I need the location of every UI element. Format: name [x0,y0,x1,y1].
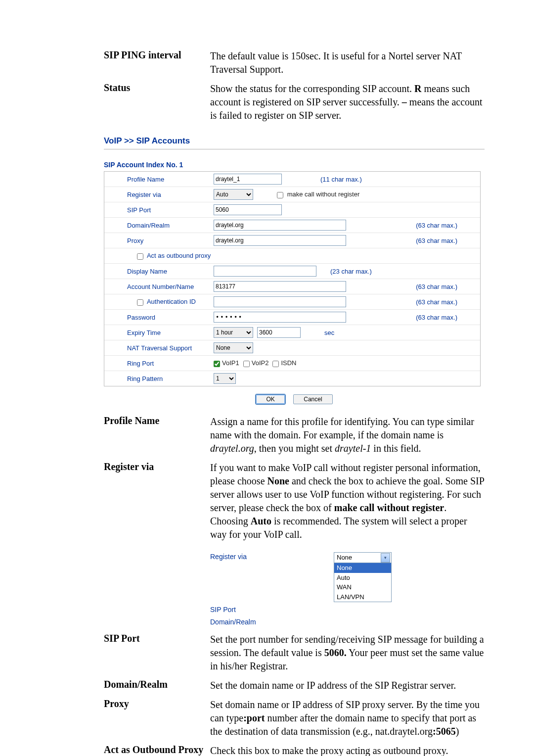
definition-row: Profile NameAssign a name for this profi… [104,415,485,455]
hint-account: (63 char max.) [416,283,477,290]
cancel-button[interactable]: Cancel [293,394,332,404]
voip1-checkbox[interactable] [214,361,220,367]
definition-term: Status [104,82,210,94]
register-via-select[interactable]: Auto [214,189,253,200]
ring-pattern-select[interactable]: 1 [214,373,236,384]
dropdown-option: None [334,563,391,573]
label-nat: NAT Traversal Support [107,344,214,352]
label-outbound-proxy: Act as outbound proxy [107,252,214,259]
snip-label-register: Register via [210,552,334,562]
proxy-input[interactable] [214,235,346,246]
make-call-without-register-checkbox[interactable] [277,192,283,198]
definition-term: Domain/Realm [104,679,210,690]
password-input[interactable] [214,312,346,323]
snip-label-domain: Domain/Realm [210,617,334,627]
label-register-via: Register via [107,191,214,198]
account-input[interactable] [214,281,346,292]
definition-desc: Assign a name for this profile for ident… [210,415,485,455]
label-proxy: Proxy [107,237,214,244]
sip-port-input[interactable] [214,204,282,215]
label-account: Account Number/Name [107,283,214,290]
expiry-select[interactable]: 1 hour [214,327,253,338]
definition-row: Act as Outbound ProxyCheck this box to m… [104,744,485,756]
chevron-down-icon: ▾ [381,553,390,563]
hint-display-name: (23 char max.) [330,268,372,275]
definition-row: SIP PING intervalThe default value is 15… [104,49,485,76]
profile-name-input[interactable] [214,174,282,185]
ok-button[interactable]: OK [256,394,285,404]
dropdown-option: LAN/VPN [334,592,391,602]
definition-desc: Set the domain name or IP address of the… [210,679,485,692]
divider [104,149,485,150]
breadcrumb: VoIP >> SIP Accounts [104,136,485,146]
register-via-dropdown-illustration: None▾NoneAutoWANLAN/VPN [334,552,392,602]
hint-auth-id: (63 char max.) [416,298,477,306]
isdn-checkbox[interactable] [272,361,279,367]
definition-row: Register viaIf you want to make VoIP cal… [104,461,485,541]
label-password: Password [107,314,214,321]
panel-title: SIP Account Index No. 1 [104,161,485,169]
outbound-proxy-checkbox[interactable] [137,253,143,260]
sip-account-form: Profile Name (11 char max.) Register via… [104,171,481,386]
dropdown-option: Auto [334,573,391,583]
ring-port-voip1[interactable]: VoIP1 [214,359,239,367]
label-ring-pattern: Ring Pattern [107,375,214,382]
hint-domain-realm: (63 char max.) [416,222,477,229]
definition-row: SIP PortSet the port number for sending/… [104,633,485,673]
label-ring-port: Ring Port [107,360,214,367]
label-domain-realm: Domain/Realm [107,222,214,229]
definition-desc: The default value is 150sec. It is usefu… [210,49,485,76]
definition-term: SIP PING interval [104,49,210,61]
label-profile-name: Profile Name [107,176,214,183]
dropdown-option: WAN [334,582,391,592]
definition-desc: If you want to make VoIP call without re… [210,461,485,541]
snip-label-sipport: SIP Port [210,605,334,614]
make-call-without-register-label: make call without register [287,190,360,198]
auth-id-input[interactable] [214,296,346,307]
definition-desc: Check this box to make the proxy acting … [210,744,485,756]
definition-row: ProxySet domain name or IP address of SI… [104,698,485,738]
ring-port-isdn[interactable]: ISDN [272,359,296,367]
display-name-input[interactable] [214,266,316,277]
definition-term: Act as Outbound Proxy [104,744,210,756]
definition-row: StatusShow the status for the correspond… [104,82,485,122]
voip2-checkbox[interactable] [243,361,250,367]
auth-id-checkbox[interactable] [137,299,143,306]
dropdown-selected: None [337,553,352,562]
label-sip-port: SIP Port [107,206,214,214]
definition-desc: Set the port number for sending/receivin… [210,633,485,673]
label-expiry: Expiry Time [107,329,214,336]
hint-proxy: (63 char max.) [416,237,477,244]
definition-term: Proxy [104,698,210,709]
hint-profile-name: (11 char max.) [320,176,362,183]
expiry-unit: sec [324,329,334,336]
definition-row: Domain/RealmSet the domain name or IP ad… [104,679,485,692]
domain-realm-input[interactable] [214,220,346,231]
nat-select[interactable]: None [214,342,253,353]
definition-desc: Set domain name or IP address of SIP pro… [210,698,485,738]
definition-term: SIP Port [104,633,210,644]
definition-term: Register via [104,461,210,472]
ring-port-voip2[interactable]: VoIP2 [243,359,269,367]
hint-password: (63 char max.) [416,314,477,321]
expiry-input[interactable] [257,327,301,338]
label-auth-id: Authentication ID [107,298,214,305]
definition-desc: Show the status for the corresponding SI… [210,82,485,122]
register-via-options-illustration: Register viaNone▾NoneAutoWANLAN/VPNSIP P… [210,552,485,627]
label-display-name: Display Name [107,268,214,275]
definition-term: Profile Name [104,415,210,426]
